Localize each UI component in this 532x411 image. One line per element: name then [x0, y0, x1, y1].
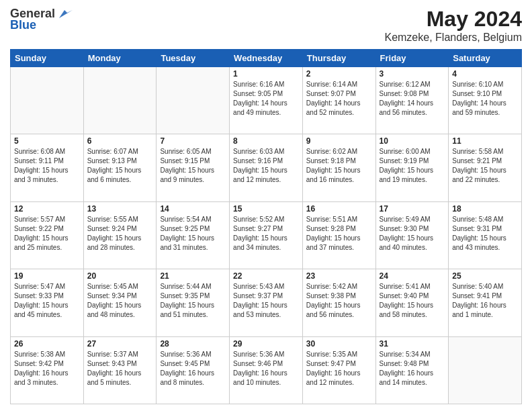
week-row-2: 5Sunrise: 6:08 AMSunset: 9:11 PMDaylight… [11, 134, 522, 201]
calendar-cell: 7Sunrise: 6:05 AMSunset: 9:15 PMDaylight… [157, 134, 230, 201]
calendar-cell [157, 67, 230, 134]
calendar-cell: 28Sunrise: 5:36 AMSunset: 9:45 PMDayligh… [157, 336, 230, 404]
day-number: 22 [233, 271, 299, 281]
week-row-1: 1Sunrise: 6:16 AMSunset: 9:05 PMDaylight… [11, 67, 522, 134]
day-number: 8 [233, 136, 299, 146]
day-number: 26 [14, 339, 80, 349]
day-number: 29 [233, 339, 299, 349]
day-number: 7 [160, 136, 226, 146]
calendar-cell: 9Sunrise: 6:02 AMSunset: 9:18 PMDaylight… [302, 134, 375, 201]
day-info: Sunrise: 5:55 AMSunset: 9:24 PMDaylight:… [87, 215, 153, 253]
logo-blue-text: Blue [10, 18, 36, 32]
calendar-cell: 5Sunrise: 6:08 AMSunset: 9:11 PMDaylight… [11, 134, 84, 201]
calendar-cell: 8Sunrise: 6:03 AMSunset: 9:16 PMDaylight… [230, 134, 303, 201]
calendar-cell: 29Sunrise: 5:36 AMSunset: 9:46 PMDayligh… [230, 336, 303, 404]
day-info: Sunrise: 6:08 AMSunset: 9:11 PMDaylight:… [14, 147, 80, 185]
calendar-header-sunday: Sunday [11, 50, 84, 67]
day-number: 3 [380, 69, 445, 79]
day-info: Sunrise: 6:10 AMSunset: 9:10 PMDaylight:… [452, 80, 518, 118]
calendar-cell [11, 67, 84, 134]
week-row-4: 19Sunrise: 5:47 AMSunset: 9:33 PMDayligh… [11, 269, 522, 336]
calendar-cell: 13Sunrise: 5:55 AMSunset: 9:24 PMDayligh… [83, 201, 157, 269]
day-info: Sunrise: 5:38 AMSunset: 9:42 PMDaylight:… [14, 350, 80, 387]
calendar-cell: 30Sunrise: 5:35 AMSunset: 9:47 PMDayligh… [302, 336, 375, 404]
day-number: 25 [452, 271, 518, 281]
header: General Blue May 2024 Kemzeke, Flanders,… [10, 7, 522, 44]
calendar-cell: 14Sunrise: 5:54 AMSunset: 9:25 PMDayligh… [157, 201, 230, 269]
day-number: 2 [306, 69, 372, 79]
calendar-header-tuesday: Tuesday [157, 50, 230, 67]
day-info: Sunrise: 5:49 AMSunset: 9:30 PMDaylight:… [380, 215, 445, 253]
day-info: Sunrise: 5:52 AMSunset: 9:27 PMDaylight:… [233, 215, 299, 253]
day-number: 12 [14, 204, 80, 214]
calendar-cell: 15Sunrise: 5:52 AMSunset: 9:27 PMDayligh… [230, 201, 303, 269]
calendar-header-wednesday: Wednesday [230, 50, 303, 67]
day-info: Sunrise: 5:58 AMSunset: 9:21 PMDaylight:… [452, 147, 518, 185]
calendar-cell: 11Sunrise: 5:58 AMSunset: 9:21 PMDayligh… [449, 134, 522, 201]
day-info: Sunrise: 6:12 AMSunset: 9:08 PMDaylight:… [380, 80, 445, 118]
day-info: Sunrise: 5:42 AMSunset: 9:38 PMDaylight:… [306, 282, 372, 320]
calendar-cell: 22Sunrise: 5:43 AMSunset: 9:37 PMDayligh… [230, 269, 303, 336]
day-number: 10 [380, 136, 445, 146]
calendar-cell: 4Sunrise: 6:10 AMSunset: 9:10 PMDaylight… [449, 67, 522, 134]
day-info: Sunrise: 6:14 AMSunset: 9:07 PMDaylight:… [306, 80, 372, 118]
subtitle: Kemzeke, Flanders, Belgium [384, 32, 522, 44]
calendar-cell: 16Sunrise: 5:51 AMSunset: 9:28 PMDayligh… [302, 201, 375, 269]
day-info: Sunrise: 6:07 AMSunset: 9:13 PMDaylight:… [87, 147, 153, 185]
calendar-cell: 12Sunrise: 5:57 AMSunset: 9:22 PMDayligh… [11, 201, 84, 269]
title-block: May 2024 Kemzeke, Flanders, Belgium [384, 7, 522, 44]
day-info: Sunrise: 5:37 AMSunset: 9:43 PMDaylight:… [87, 350, 153, 387]
day-number: 11 [452, 136, 518, 146]
day-info: Sunrise: 5:54 AMSunset: 9:25 PMDaylight:… [160, 215, 226, 253]
day-number: 9 [306, 136, 372, 146]
calendar-cell: 26Sunrise: 5:38 AMSunset: 9:42 PMDayligh… [11, 336, 84, 404]
logo: General Blue [10, 7, 73, 32]
day-number: 24 [380, 271, 445, 281]
calendar-cell: 2Sunrise: 6:14 AMSunset: 9:07 PMDaylight… [302, 67, 375, 134]
calendar-cell: 1Sunrise: 6:16 AMSunset: 9:05 PMDaylight… [230, 67, 303, 134]
day-number: 5 [14, 136, 80, 146]
calendar-cell: 10Sunrise: 6:00 AMSunset: 9:19 PMDayligh… [375, 134, 449, 201]
day-number: 18 [452, 204, 518, 214]
page: General Blue May 2024 Kemzeke, Flanders,… [0, 0, 532, 411]
day-info: Sunrise: 6:02 AMSunset: 9:18 PMDaylight:… [306, 147, 372, 185]
calendar-cell: 24Sunrise: 5:41 AMSunset: 9:40 PMDayligh… [375, 269, 449, 336]
calendar-cell [449, 336, 522, 404]
day-info: Sunrise: 5:41 AMSunset: 9:40 PMDaylight:… [380, 282, 445, 320]
calendar-cell: 21Sunrise: 5:44 AMSunset: 9:35 PMDayligh… [157, 269, 230, 336]
day-number: 6 [87, 136, 153, 146]
day-number: 28 [160, 339, 226, 349]
calendar-cell: 31Sunrise: 5:34 AMSunset: 9:48 PMDayligh… [375, 336, 449, 404]
calendar-cell: 25Sunrise: 5:40 AMSunset: 9:41 PMDayligh… [449, 269, 522, 336]
day-info: Sunrise: 5:34 AMSunset: 9:48 PMDaylight:… [380, 350, 445, 387]
day-info: Sunrise: 5:35 AMSunset: 9:47 PMDaylight:… [306, 350, 372, 387]
calendar-header-row: SundayMondayTuesdayWednesdayThursdayFrid… [11, 50, 522, 67]
day-info: Sunrise: 5:45 AMSunset: 9:34 PMDaylight:… [87, 282, 153, 320]
calendar-cell: 3Sunrise: 6:12 AMSunset: 9:08 PMDaylight… [375, 67, 449, 134]
calendar-header-saturday: Saturday [449, 50, 522, 67]
week-row-3: 12Sunrise: 5:57 AMSunset: 9:22 PMDayligh… [11, 201, 522, 269]
logo-bird-icon [56, 7, 73, 21]
day-number: 27 [87, 339, 153, 349]
day-number: 20 [87, 271, 153, 281]
calendar-cell: 27Sunrise: 5:37 AMSunset: 9:43 PMDayligh… [83, 336, 157, 404]
calendar-header-thursday: Thursday [302, 50, 375, 67]
day-info: Sunrise: 5:43 AMSunset: 9:37 PMDaylight:… [233, 282, 299, 320]
day-number: 30 [306, 339, 372, 349]
day-info: Sunrise: 5:57 AMSunset: 9:22 PMDaylight:… [14, 215, 80, 253]
day-number: 14 [160, 204, 226, 214]
day-number: 15 [233, 204, 299, 214]
day-info: Sunrise: 5:36 AMSunset: 9:46 PMDaylight:… [233, 350, 299, 387]
day-number: 21 [160, 271, 226, 281]
calendar-cell: 17Sunrise: 5:49 AMSunset: 9:30 PMDayligh… [375, 201, 449, 269]
day-number: 17 [380, 204, 445, 214]
day-info: Sunrise: 5:36 AMSunset: 9:45 PMDaylight:… [160, 350, 226, 387]
day-info: Sunrise: 6:16 AMSunset: 9:05 PMDaylight:… [233, 80, 299, 118]
day-number: 16 [306, 204, 372, 214]
day-info: Sunrise: 5:48 AMSunset: 9:31 PMDaylight:… [452, 215, 518, 253]
day-number: 19 [14, 271, 80, 281]
week-row-5: 26Sunrise: 5:38 AMSunset: 9:42 PMDayligh… [11, 336, 522, 404]
day-info: Sunrise: 5:47 AMSunset: 9:33 PMDaylight:… [14, 282, 80, 320]
day-info: Sunrise: 6:00 AMSunset: 9:19 PMDaylight:… [380, 147, 445, 185]
main-title: May 2024 [384, 7, 522, 32]
